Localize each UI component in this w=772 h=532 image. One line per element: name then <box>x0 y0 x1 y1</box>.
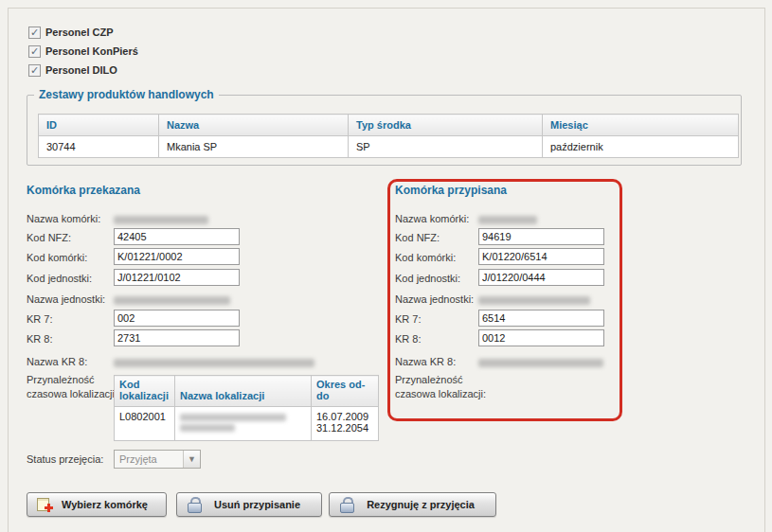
checkbox-label: Personel CZP <box>45 27 114 38</box>
label-status: Status przejęcia: <box>27 453 103 465</box>
kr7-field[interactable] <box>114 310 240 327</box>
label-nazwa-kr8: Nazwa KR 8: <box>395 356 456 367</box>
redacted-value <box>114 296 230 305</box>
button-label: Usuń przypisanie <box>203 499 312 510</box>
label-kod-komorki: Kod komórki: <box>395 252 456 263</box>
redacted-value <box>478 296 590 305</box>
label-nazwa-jednostki: Nazwa jednostki: <box>27 293 105 305</box>
checkbox-icon[interactable]: ✓ <box>28 64 41 77</box>
column-header-nazwa-lokalizacji: Nazwa lokalizacji <box>175 376 312 407</box>
checkbox-icon[interactable]: ✓ <box>28 27 41 39</box>
kr7-field-assigned[interactable] <box>478 310 604 327</box>
redacted-value <box>180 424 235 432</box>
rezygnuje-z-przyjecia-button[interactable]: Rezygnuję z przyjęcia <box>329 492 496 517</box>
column-header-okres: Okres od-do <box>312 376 379 407</box>
label-kr8: KR 8: <box>395 333 422 345</box>
add-icon <box>37 497 53 512</box>
table-row[interactable]: 30744 Mkania SP SP październik <box>39 136 739 158</box>
label-przynaleznosc: Przynależność czasowa lokalizacji: <box>395 373 494 401</box>
wybierz-komorke-button[interactable]: Wybierz komórkę <box>27 492 167 517</box>
cell-nazwa-lokalizacji <box>175 407 312 441</box>
label-kod-nfz: Kod NFZ: <box>27 232 71 243</box>
location-table: Kod lokalizacji Nazwa lokalizacji Okres … <box>114 375 379 441</box>
label-kr7: KR 7: <box>27 313 53 325</box>
button-label: Wybierz komórkę <box>53 499 156 510</box>
label-nazwa-komorki: Nazwa komórki: <box>395 213 469 224</box>
column-header-id: ID <box>39 115 159 136</box>
usun-przypisanie-button[interactable]: Usuń przypisanie <box>176 492 322 517</box>
checkbox-label: Personel DILO <box>45 64 117 76</box>
checkbox-personel-konpiers[interactable]: ✓ Personel KonPierś <box>28 44 138 59</box>
padlock-icon <box>339 497 355 512</box>
label-kod-jednostki: Kod jednostki: <box>395 273 460 284</box>
redacted-value <box>478 216 537 224</box>
products-table: ID Nazwa Typ środka Miesiąc 30744 Mkania… <box>38 114 739 158</box>
label-nazwa-kr8: Nazwa KR 8: <box>27 356 87 367</box>
kr8-field[interactable] <box>114 329 240 346</box>
section-title-assigned: Komórka przypisana <box>395 184 507 197</box>
kod-komorki-field[interactable] <box>114 248 240 265</box>
kod-jednostki-field[interactable] <box>114 269 240 286</box>
cell-nazwa: Mkania SP <box>159 136 349 158</box>
check-icon: ✓ <box>30 27 39 38</box>
redacted-value <box>114 359 314 367</box>
location-table-header: Kod lokalizacji Nazwa lokalizacji Okres … <box>115 376 379 407</box>
cell-miesiac: październik <box>543 136 739 158</box>
kod-jednostki-field-assigned[interactable] <box>478 269 604 286</box>
label-kr7: KR 7: <box>395 313 422 325</box>
products-groupbox-legend: Zestawy produktów handlowych <box>34 88 219 101</box>
cell-id: 30744 <box>39 136 159 158</box>
column-header-kod-lokalizacji: Kod lokalizacji <box>115 376 175 407</box>
redacted-value <box>114 216 208 224</box>
checkbox-personel-czp[interactable]: ✓ Personel CZP <box>28 25 114 40</box>
section-title-transferred: Komórka przekazana <box>27 184 140 197</box>
label-kod-jednostki: Kod jednostki: <box>27 273 92 284</box>
dropdown-arrow-icon: ▼ <box>183 451 200 468</box>
label-nazwa-komorki: Nazwa komórki: <box>27 213 100 224</box>
check-icon: ✓ <box>30 65 39 76</box>
okres-do: 31.12.2054 <box>316 422 373 434</box>
column-header-nazwa: Nazwa <box>159 115 349 136</box>
label-kr8: KR 8: <box>27 333 53 345</box>
products-table-header: ID Nazwa Typ środka Miesiąc <box>39 115 739 136</box>
label-przynaleznosc: Przynależność czasowa lokalizacji: <box>27 373 125 401</box>
location-table-row[interactable]: L0802001 16.07.2009 31.12.2054 <box>115 407 379 441</box>
kod-komorki-field-assigned[interactable] <box>478 248 604 265</box>
status-dropdown-value: Przyjęta <box>115 453 183 465</box>
form-panel: ✓ Personel CZP ✓ Personel KonPierś ✓ Per… <box>0 0 772 532</box>
column-header-typ: Typ środka <box>349 115 543 136</box>
label-kod-nfz: Kod NFZ: <box>395 232 440 243</box>
checkbox-personel-dilo[interactable]: ✓ Personel DILO <box>28 62 117 78</box>
column-header-miesiac: Miesiąc <box>543 115 739 136</box>
cell-kod-lokalizacji: L0802001 <box>115 407 175 441</box>
checkbox-icon[interactable]: ✓ <box>28 45 41 58</box>
redacted-value <box>478 359 603 367</box>
button-label: Rezygnuję z przyjęcia <box>355 499 486 510</box>
kod-nfz-field[interactable] <box>114 228 240 245</box>
okres-od: 16.07.2009 <box>316 411 373 422</box>
cell-okres: 16.07.2009 31.12.2054 <box>312 407 379 441</box>
cell-typ: SP <box>349 136 543 158</box>
redacted-value <box>180 414 286 421</box>
label-kod-komorki: Kod komórki: <box>27 252 87 263</box>
padlock-icon <box>187 497 203 512</box>
kr8-field-assigned[interactable] <box>478 329 604 346</box>
checkbox-label: Personel KonPierś <box>45 45 138 57</box>
check-icon: ✓ <box>30 46 39 57</box>
label-nazwa-jednostki: Nazwa jednostki: <box>395 293 474 305</box>
status-dropdown[interactable]: Przyjęta ▼ <box>114 450 201 469</box>
kod-nfz-field-assigned[interactable] <box>478 228 604 245</box>
